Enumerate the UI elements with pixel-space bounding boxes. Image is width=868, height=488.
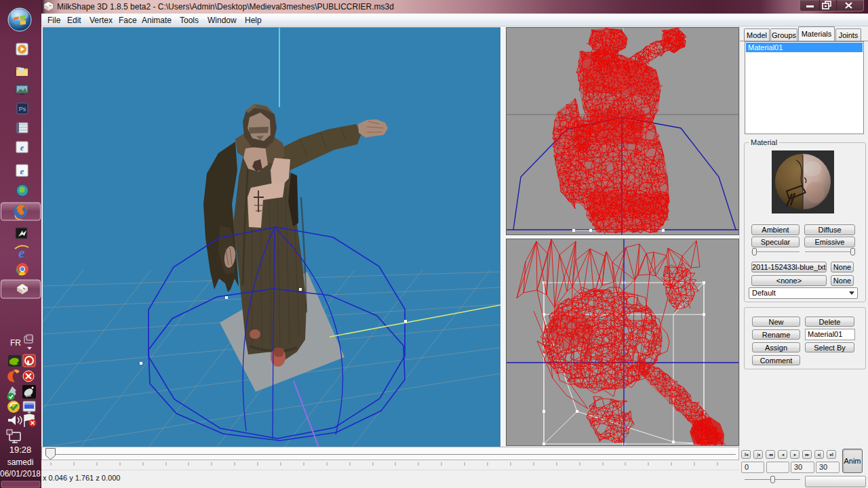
- svg-text:e: e: [20, 166, 24, 176]
- svg-text:19:28: 19:28: [9, 445, 32, 455]
- svg-text:samedi: samedi: [7, 458, 34, 467]
- svg-text:FR: FR: [10, 338, 21, 348]
- svg-text:Ps: Ps: [19, 106, 26, 113]
- svg-text:e: e: [18, 245, 24, 261]
- svg-text:e: e: [20, 143, 24, 152]
- svg-text:06/01/2018: 06/01/2018: [0, 469, 41, 479]
